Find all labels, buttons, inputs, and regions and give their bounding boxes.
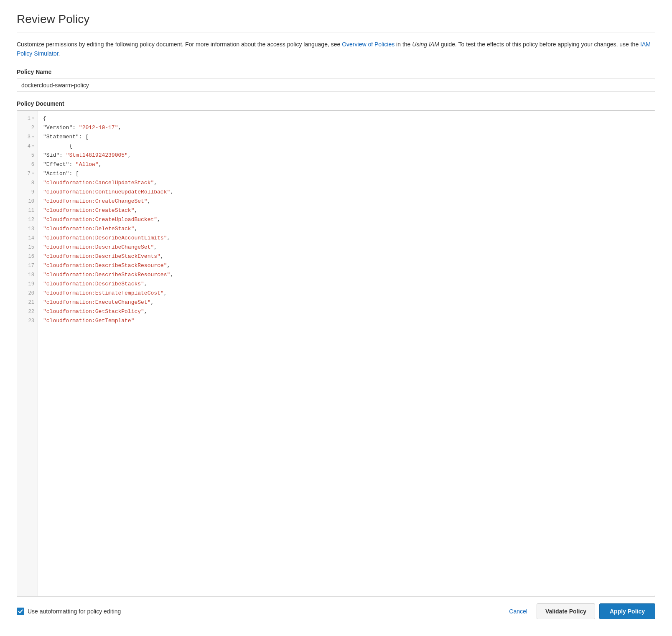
line-number: 1▾ <box>17 114 38 123</box>
autoformat-checkbox-wrapper[interactable]: Use autoformatting for policy editing <box>17 608 121 615</box>
policy-name-label: Policy Name <box>17 69 655 75</box>
line-number: 23 <box>17 316 38 326</box>
line-number: 11 <box>17 206 38 215</box>
cancel-button[interactable]: Cancel <box>504 605 532 618</box>
line-number: 6 <box>17 160 38 169</box>
code-line: "cloudformation:CreateUploadBucket", <box>43 215 650 224</box>
code-line: "cloudformation:DescribeAccountLimits", <box>43 234 650 243</box>
code-line: "cloudformation:DescribeStackResources", <box>43 270 650 280</box>
line-number: 15 <box>17 243 38 252</box>
code-line: "Statement": [ <box>43 132 650 142</box>
line-number: 5 <box>17 151 38 160</box>
line-number: 13 <box>17 224 38 234</box>
code-editor[interactable]: 1▾23▾4▾567▾89101112131415161718192021222… <box>17 110 655 596</box>
code-line: "Sid": "Stmt1481924239005", <box>43 151 650 160</box>
code-line: "cloudformation:CreateStack", <box>43 206 650 215</box>
footer: Use autoformatting for policy editing Ca… <box>17 596 655 619</box>
line-number: 14 <box>17 234 38 243</box>
code-line: { <box>43 114 650 123</box>
autoformat-label: Use autoformatting for policy editing <box>28 608 121 615</box>
code-line: "cloudformation:ContinueUpdateRollback", <box>43 188 650 197</box>
code-line: "cloudformation:GetStackPolicy", <box>43 307 650 316</box>
code-line: "cloudformation:CreateChangeSet", <box>43 197 650 206</box>
autoformat-checkbox[interactable] <box>17 608 24 615</box>
code-line: "cloudformation:GetTemplate" <box>43 316 650 326</box>
code-line: "Effect": "Allow", <box>43 160 650 169</box>
line-number: 4▾ <box>17 142 38 151</box>
line-numbers: 1▾23▾4▾567▾89101112131415161718192021222… <box>17 111 38 596</box>
overview-policies-link[interactable]: Overview of Policies <box>342 41 395 48</box>
code-line: "cloudformation:ExecuteChangeSet", <box>43 298 650 307</box>
line-number: 19 <box>17 280 38 289</box>
validate-policy-button[interactable]: Validate Policy <box>537 603 595 619</box>
code-line: "Version": "2012-10-17", <box>43 123 650 132</box>
apply-policy-button[interactable]: Apply Policy <box>599 603 655 619</box>
line-number: 8 <box>17 178 38 188</box>
line-number: 9 <box>17 188 38 197</box>
code-line: { <box>43 142 650 151</box>
code-content[interactable]: { "Version": "2012-10-17", "Statement": … <box>38 111 655 596</box>
line-number: 21 <box>17 298 38 307</box>
code-line: "cloudformation:DescribeStackEvents", <box>43 252 650 261</box>
code-line: "cloudformation:DeleteStack", <box>43 224 650 234</box>
line-number: 2 <box>17 123 38 132</box>
line-number: 17 <box>17 261 38 270</box>
footer-right: Cancel Validate Policy Apply Policy <box>504 603 655 619</box>
description-text: Customize permissions by editing the fol… <box>17 40 655 59</box>
code-line: "cloudformation:DescribeStacks", <box>43 280 650 289</box>
line-number: 18 <box>17 270 38 280</box>
code-line: "cloudformation:CancelUpdateStack", <box>43 178 650 188</box>
code-line: "cloudformation:EstimateTemplateCost", <box>43 289 650 298</box>
code-line: "Action": [ <box>43 169 650 178</box>
policy-name-input[interactable] <box>17 79 655 92</box>
line-number: 10 <box>17 197 38 206</box>
line-number: 16 <box>17 252 38 261</box>
code-line: "cloudformation:DescribeStackResource", <box>43 261 650 270</box>
line-number: 7▾ <box>17 169 38 178</box>
footer-left: Use autoformatting for policy editing <box>17 608 121 615</box>
policy-document-label: Policy Document <box>17 100 655 107</box>
line-number: 12 <box>17 215 38 224</box>
line-number: 22 <box>17 307 38 316</box>
code-line: "cloudformation:DescribeChangeSet", <box>43 243 650 252</box>
line-number: 3▾ <box>17 132 38 142</box>
line-number: 20 <box>17 289 38 298</box>
page-title: Review Policy <box>17 13 655 33</box>
